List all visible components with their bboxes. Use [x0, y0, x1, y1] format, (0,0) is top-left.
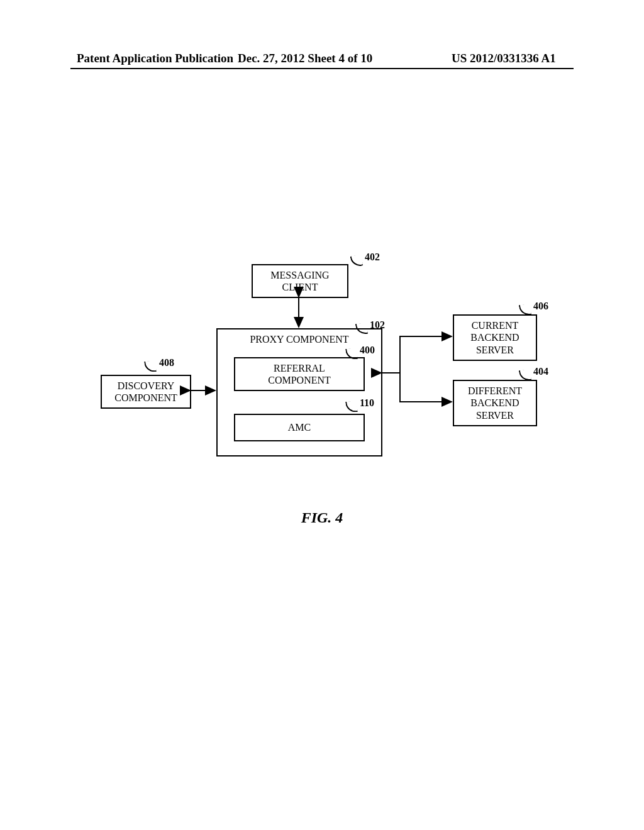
header-center: Dec. 27, 2012 Sheet 4 of 10	[238, 52, 372, 65]
diagram-fig4: MESSAGING CLIENT 402 PROXY COMPONENT 102…	[0, 252, 644, 516]
diagram-connectors	[0, 252, 644, 516]
figure-caption: FIG. 4	[0, 509, 644, 526]
header-left: Patent Application Publication	[77, 52, 233, 65]
header-right: US 2012/0331336 A1	[452, 52, 556, 65]
header-rule	[70, 68, 574, 69]
